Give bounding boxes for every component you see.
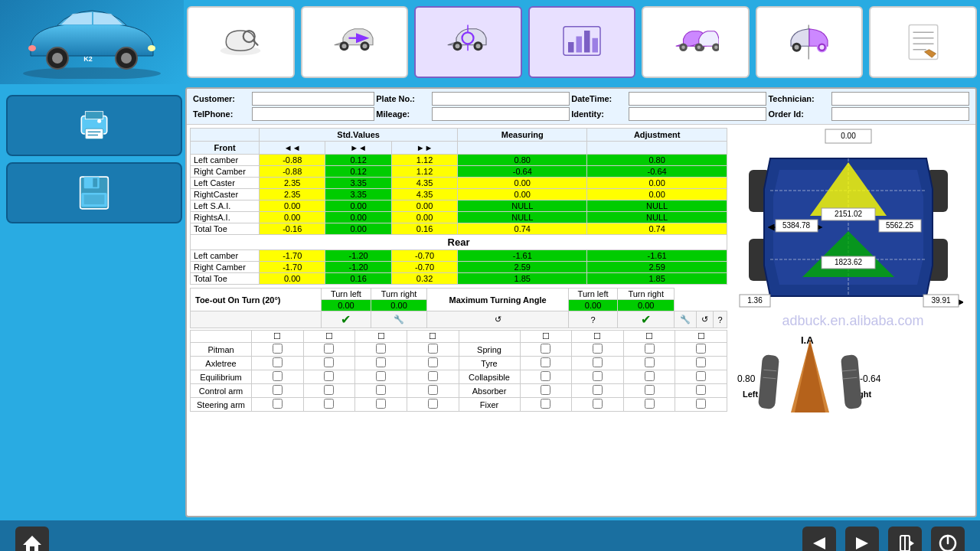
front-row-label-0: Left camber: [191, 155, 260, 166]
back-btn[interactable]: [802, 527, 836, 551]
front-row-label-4: Left S.A.I.: [191, 201, 260, 212]
chk-abs-2[interactable]: [593, 385, 603, 395]
chk-equil-2[interactable]: [324, 371, 334, 381]
item-axletree: Axletree: [191, 357, 252, 370]
chk-equil-4[interactable]: [428, 371, 438, 381]
chk-coll-2[interactable]: [593, 371, 603, 381]
front-row-adj-1: -0.64: [587, 166, 727, 178]
chk-axle-2[interactable]: [324, 357, 334, 367]
chk-ctrl-2[interactable]: [324, 385, 334, 395]
chk-pitman-1[interactable]: [273, 344, 283, 354]
nav-chart-btn[interactable]: [528, 6, 636, 78]
chk-ctrl-4[interactable]: [428, 385, 438, 395]
chk-tyre-4[interactable]: [696, 357, 706, 367]
mileage-label: Mileage:: [376, 109, 430, 119]
rear-row-meas-0: -1.61: [458, 250, 587, 262]
svg-point-6: [28, 45, 36, 51]
chk-axle-3[interactable]: [376, 357, 386, 367]
chk-fixer-3[interactable]: [645, 399, 655, 409]
chk-tyre-1[interactable]: [541, 357, 550, 367]
diagram-area: adbuck.en.alibaba.com 0.00: [730, 125, 975, 516]
svg-text:1823.62: 1823.62: [835, 258, 863, 266]
nav-document-btn[interactable]: [869, 6, 977, 78]
rear-row-s2-0: -1.20: [325, 250, 391, 262]
exit-btn[interactable]: [888, 527, 922, 551]
plate-label: Plate No.:: [376, 94, 430, 103]
chk-steer-3[interactable]: [376, 399, 386, 409]
datetime-input[interactable]: 2013-04-16 22:46:24: [629, 92, 766, 106]
chk-coll-4[interactable]: [696, 371, 706, 381]
front-row-s2-4: 0.00: [325, 201, 391, 212]
svg-rect-24: [577, 37, 583, 53]
front-row-s1-0: -0.88: [260, 155, 325, 166]
chk-fixer-1[interactable]: [541, 399, 550, 409]
chk-abs-1[interactable]: [541, 385, 550, 395]
nav-alignment-btn[interactable]: [414, 6, 522, 78]
nav-search-btn[interactable]: [187, 6, 295, 78]
forward-btn[interactable]: [845, 527, 879, 551]
rear-row-1: Right Camber -1.70 -1.20 -0.70 2.59 2.59: [191, 262, 727, 273]
check-icon-1: ✔: [322, 311, 371, 328]
chk-spring-2[interactable]: [593, 344, 603, 354]
power-btn[interactable]: [931, 527, 965, 551]
chk-coll-3[interactable]: [645, 371, 655, 381]
chk-pitman-3[interactable]: [376, 344, 386, 354]
telephone-input[interactable]: [252, 107, 374, 121]
toeout-section: Toe-out On Turn (20°) Turn left Turn rig…: [190, 288, 727, 412]
svg-text:5384.78: 5384.78: [782, 221, 811, 230]
customer-input[interactable]: [252, 92, 374, 106]
col-adjustment: Adjustment: [587, 129, 727, 142]
checklist-header-left: [191, 331, 252, 343]
save-btn[interactable]: [6, 162, 182, 223]
front-row-adj-4: NULL: [587, 201, 727, 212]
chk-axle-1[interactable]: [273, 357, 283, 367]
front-row-3: RightCaster 2.35 3.35 4.35 0.00 0.00: [191, 189, 727, 201]
chk-pitman-2[interactable]: [324, 344, 334, 354]
chk-equil-3[interactable]: [376, 371, 386, 381]
chk-tyre-3[interactable]: [645, 357, 655, 367]
chk-equil-1[interactable]: [273, 371, 283, 381]
rear-row-adj-0: -1.61: [587, 250, 727, 262]
identity-input[interactable]: [629, 107, 766, 121]
checklist-table: ☐ ☐ ☐ ☐ ☐ ☐ ☐ ☐ Pitman: [190, 330, 727, 412]
chk-axle-4[interactable]: [428, 357, 438, 367]
customer-label: Customer:: [193, 94, 250, 103]
front-row-label-3: RightCaster: [191, 189, 260, 201]
svg-marker-99: [910, 540, 914, 546]
front-row-meas-0: 0.80: [458, 155, 587, 166]
nav-arrow-btn[interactable]: [301, 6, 409, 78]
chk-spring-4[interactable]: [696, 344, 706, 354]
chk-fixer-2[interactable]: [593, 399, 603, 409]
front-row-s3-0: 1.12: [391, 155, 457, 166]
chk-spring-3[interactable]: [645, 344, 655, 354]
svg-point-39: [820, 45, 825, 50]
chk-coll-1[interactable]: [541, 371, 550, 381]
chk-steer-2[interactable]: [324, 399, 334, 409]
print-btn[interactable]: [6, 95, 182, 156]
plate-input[interactable]: [432, 92, 570, 106]
rear-row-s3-0: -0.70: [391, 250, 457, 262]
nav-two-cars-btn[interactable]: [642, 6, 750, 78]
chk-abs-4[interactable]: [696, 385, 706, 395]
chk-tyre-2[interactable]: [593, 357, 603, 367]
technician-input[interactable]: [831, 92, 969, 106]
chk-spring-1[interactable]: [541, 344, 550, 354]
front-label: Front: [191, 142, 260, 155]
telephone-label: TelPhone:: [193, 109, 250, 119]
chk-ctrl-1[interactable]: [273, 385, 283, 395]
chk-pitman-4[interactable]: [428, 344, 438, 354]
chk-ctrl-3[interactable]: [376, 385, 386, 395]
front-row-s1-4: 0.00: [260, 201, 325, 212]
home-btn[interactable]: [15, 527, 49, 551]
front-row-meas-4: NULL: [458, 201, 587, 212]
chk-steer-1[interactable]: [273, 399, 283, 409]
chk-fixer-4[interactable]: [696, 399, 706, 409]
rear-row-meas-1: 2.59: [458, 262, 587, 273]
chk-abs-3[interactable]: [645, 385, 655, 395]
right-content: Customer: Plate No.: DateTime: 2013-04-1…: [185, 87, 977, 517]
nav-half-car-btn[interactable]: [756, 6, 864, 78]
chk-steer-4[interactable]: [428, 399, 438, 409]
mileage-input[interactable]: 0: [432, 107, 570, 121]
svg-point-18: [476, 44, 481, 48]
orderid-input[interactable]: CX20130416224624: [831, 107, 969, 121]
